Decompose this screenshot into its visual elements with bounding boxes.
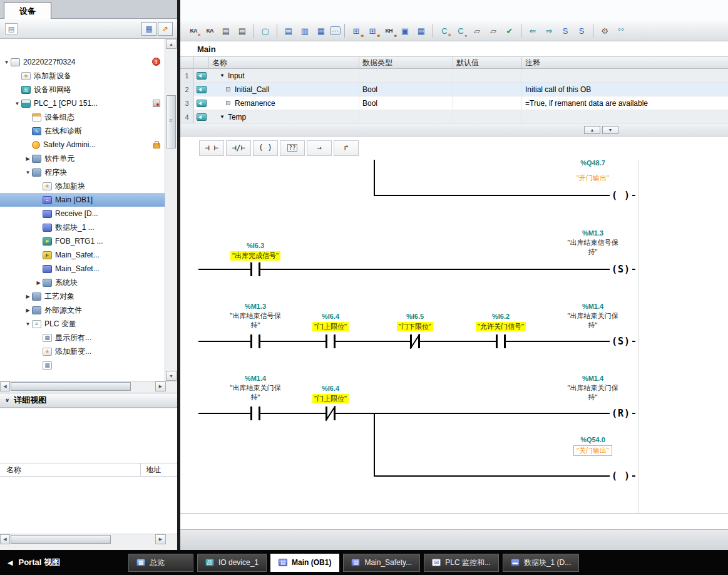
scroll-right-icon[interactable]: ▶ [155, 381, 166, 391]
no-contact[interactable] [250, 262, 260, 277]
expand-all-networks-icon[interactable]: ▤ [281, 23, 296, 38]
portal-view-button[interactable]: ◀ Portal 视图 [0, 557, 128, 568]
expand-arrow-icon[interactable]: ▶ [34, 280, 43, 286]
operand-address[interactable]: %Q54.0 [552, 436, 633, 443]
tree-item-technology-objects[interactable]: ▶工艺对象 [0, 289, 165, 303]
expand-arrow-icon[interactable]: ▶ [24, 294, 32, 299]
split-editor-icon[interactable]: °° [613, 23, 628, 38]
tree-item-device-configuration[interactable]: 设备组态 [0, 110, 165, 124]
collapse-arrow-icon[interactable]: ▼ [3, 60, 11, 65]
coil[interactable]: ( ) [610, 187, 632, 204]
tree-item-external-sources[interactable]: ▶外部源文件 [0, 303, 165, 317]
operand-name[interactable]: "出库结束信号保持" [565, 238, 620, 257]
tree-horizontal-scrollbar[interactable]: ◀ ▶ [0, 381, 177, 391]
open-in-editor-button[interactable]: ⇗ [158, 22, 173, 36]
tree-item-partial[interactable] [0, 358, 165, 372]
remove-box-input-icon[interactable]: ⊞ [365, 23, 380, 38]
empty-box-button[interactable]: ?? [280, 140, 305, 156]
next-error-icon[interactable]: ⇒ [541, 23, 556, 38]
operand-address[interactable]: %I6.2 [460, 313, 541, 320]
tree-item-system-blocks[interactable]: ▶系统块 [0, 276, 165, 289]
tree-columns-icon[interactable]: ▤ [5, 23, 18, 34]
detail-view-horizontal-scrollbar[interactable]: ◀ ▶ [0, 534, 177, 544]
var-default-cell[interactable] [453, 83, 522, 96]
show-absolute-operands-icon[interactable]: KA [186, 23, 201, 38]
taskbar-io-device-button[interactable]: 品IO device_1 [197, 554, 267, 572]
detail-column-name[interactable]: 名称 [0, 464, 141, 476]
taskbar-plc-supervision-button[interactable]: ✉PLC 监控和... [424, 554, 499, 572]
show-symbolic-operands-icon[interactable]: KA [202, 23, 217, 38]
var-type-cell[interactable] [359, 110, 453, 123]
var-comment-cell[interactable] [522, 69, 728, 82]
var-table-row[interactable]: 3RemanenceBool=True, if remanent data ar… [180, 96, 728, 110]
snapshot-icon[interactable]: ▱ [469, 23, 484, 38]
no-contact[interactable] [496, 334, 506, 349]
scroll-up-icon[interactable]: ▲ [166, 39, 177, 49]
collapse-arrow-icon[interactable]: ▼ [24, 321, 32, 327]
tree-item-devices-networks[interactable]: 设备和网络 [0, 83, 165, 96]
close-branch-button[interactable]: ↱ [334, 140, 359, 156]
scroll-down-icon[interactable]: ▼ [166, 371, 177, 381]
tree-item-main-ob1[interactable]: Main [OB1] [0, 193, 165, 207]
apply-snapshot-icon[interactable]: ▱ [486, 23, 501, 38]
operand-name[interactable]: "出库结束信号保持" [228, 311, 283, 330]
insert-network-icon[interactable]: ▤ [218, 23, 233, 38]
tree-item-add-new-device[interactable]: 添加新设备 [0, 69, 165, 83]
operand-name[interactable]: "出库结束关门保持" [228, 383, 283, 402]
operand-address[interactable]: %I6.3 [215, 242, 296, 249]
operand-name[interactable]: "出库结束关门保持" [565, 311, 620, 330]
var-name-cell[interactable]: ▼Temp [209, 110, 359, 123]
tree-item-fob-rtg1[interactable]: FOB_RTG1 ... [0, 234, 165, 248]
collapse-arrow-icon[interactable]: ▼ [24, 170, 32, 175]
operand-name[interactable]: "开门输出" [552, 174, 633, 183]
no-contact-button[interactable]: ⊣ ⊢ [199, 140, 224, 156]
reset-call-environment-icon[interactable]: C [437, 23, 452, 38]
coil[interactable]: ( ) [610, 468, 632, 484]
operand-address[interactable]: %M1.3 [552, 229, 633, 237]
nc-contact-button[interactable]: ⊣/⊢ [226, 140, 251, 156]
tree-item-safety-administration[interactable]: Safety Admini... [0, 138, 165, 152]
expand-table-button[interactable]: ▲ [584, 126, 600, 134]
var-comment-cell[interactable]: Initial call of this OB [522, 83, 728, 96]
selected-operand-name[interactable]: "关门输出" [573, 445, 612, 456]
var-table-row[interactable]: 4▼Temp [180, 110, 728, 124]
column-header[interactable]: 默认值 [453, 57, 522, 68]
taskbar-main-ob1-button[interactable]: ▤Main (OB1) [270, 554, 339, 572]
operand-address[interactable]: %M1.4 [215, 375, 296, 382]
modify-value-icon[interactable]: S [574, 23, 589, 38]
collapse-table-button[interactable]: ▼ [602, 126, 618, 134]
scrollbar-thumb[interactable] [11, 382, 131, 391]
tree-item-add-new-tag-table[interactable]: 添加新变... [0, 344, 165, 358]
collapse-arrow-icon[interactable]: ▼ [220, 73, 225, 78]
operand-address[interactable]: %I6.4 [290, 385, 371, 392]
toggle-operand-info-icon[interactable]: KH [381, 23, 396, 38]
no-contact[interactable] [250, 406, 260, 421]
network-comments-icon[interactable]: ⋯ [330, 26, 341, 35]
operand-address[interactable]: %M1.3 [215, 303, 296, 310]
var-type-cell[interactable]: Bool [359, 96, 453, 110]
operand-name[interactable]: "出库结束关门保持" [565, 383, 620, 402]
var-name-cell[interactable]: Initial_Call [209, 83, 359, 96]
show-network-list-icon[interactable]: ▦ [314, 23, 329, 38]
operand-name[interactable]: "关门输出" [552, 445, 633, 456]
coil[interactable]: (S) [610, 333, 632, 350]
table-ladder-splitter[interactable]: ▲ ▼ [180, 124, 728, 137]
insert-empty-box-icon[interactable]: ▢ [258, 23, 273, 38]
tree-item-main-safety-fb[interactable]: Main_Safet... [0, 248, 165, 262]
tree-item-software-units[interactable]: ▶软件单元 [0, 152, 165, 165]
coil[interactable]: (S) [610, 261, 632, 277]
scrollbar-thumb[interactable] [167, 95, 176, 148]
operand-address[interactable]: %I6.4 [290, 313, 371, 320]
tree-vertical-scrollbar[interactable]: ▲ ▼ [165, 39, 177, 381]
operand-name[interactable]: "出库完成信号" [215, 251, 296, 261]
var-table-row[interactable]: 2Initial_CallBoolInitial call of this OB [180, 83, 728, 96]
tree-item-plc-tags[interactable]: ▼PLC 变量 [0, 317, 165, 331]
detail-column-address[interactable]: 地址 [141, 465, 161, 475]
set-call-environment-icon[interactable]: C [453, 23, 468, 38]
operand-address[interactable]: %Q48.7 [552, 160, 633, 167]
collapse-all-networks-icon[interactable]: ▥ [297, 23, 312, 38]
tree-item-program-blocks[interactable]: ▼程序块 [0, 165, 165, 179]
details-view-toggle-button[interactable]: ▦ [141, 22, 156, 36]
tree-item-online-diagnostics[interactable]: 在线和诊断 [0, 124, 165, 138]
tree-item-add-new-block[interactable]: 添加新块 [0, 179, 165, 193]
